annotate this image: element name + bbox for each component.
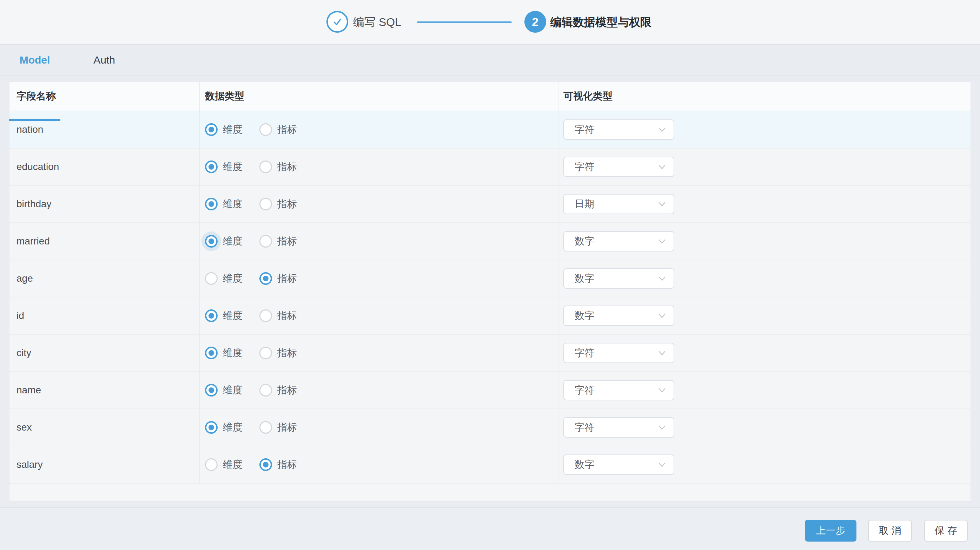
table-row: birthday 维度 指标 日期 — [10, 186, 970, 223]
metric-radio-option[interactable]: 指标 — [259, 272, 297, 285]
step-2-indicator: 2 — [524, 11, 546, 33]
field-name: married — [16, 236, 50, 247]
dimension-radio-button[interactable] — [205, 123, 218, 136]
metric-radio-option[interactable]: 指标 — [259, 458, 297, 471]
metric-radio-label: 指标 — [277, 272, 297, 285]
previous-step-button[interactable]: 上一步 — [805, 520, 856, 542]
table-header-row: 字段名称 数据类型 可视化类型 — [10, 82, 970, 112]
data-type-radio-group: 维度 指标 — [205, 309, 314, 322]
chevron-down-icon — [657, 162, 667, 171]
viz-type-select[interactable]: 字符 — [563, 417, 674, 438]
viz-type-select[interactable]: 字符 — [563, 343, 674, 363]
metric-radio-label: 指标 — [277, 160, 297, 174]
dimension-radio-option[interactable]: 维度 — [205, 421, 243, 434]
footer-action-bar: 上一步 取 消 保 存 — [0, 507, 980, 550]
dimension-radio-button[interactable] — [205, 309, 218, 322]
viz-type-select[interactable]: 字符 — [563, 380, 674, 400]
metric-radio-button[interactable] — [259, 161, 272, 173]
dimension-radio-button[interactable] — [205, 198, 218, 210]
active-tab-underline — [9, 119, 60, 121]
data-type-radio-group: 维度 指标 — [205, 384, 314, 397]
metric-radio-button[interactable] — [259, 235, 272, 248]
dimension-radio-label: 维度 — [223, 346, 243, 360]
tab-model[interactable]: Model — [9, 45, 60, 75]
metric-radio-option[interactable]: 指标 — [259, 234, 297, 248]
field-name: birthday — [16, 198, 52, 210]
viz-type-select[interactable]: 字符 — [563, 120, 674, 140]
metric-radio-label: 指标 — [277, 384, 297, 397]
dimension-radio-button[interactable] — [205, 421, 218, 434]
metric-radio-option[interactable]: 指标 — [259, 421, 297, 434]
data-type-radio-group: 维度 指标 — [205, 272, 314, 285]
dimension-radio-button[interactable] — [205, 347, 218, 359]
metric-radio-button[interactable] — [259, 421, 272, 434]
viz-type-selected-value: 日期 — [564, 198, 594, 211]
table-row: age 维度 指标 数字 — [10, 260, 970, 298]
table-row: sex 维度 指标 字符 — [10, 409, 970, 446]
viz-type-selected-value: 数字 — [564, 272, 594, 285]
dimension-radio-label: 维度 — [223, 309, 243, 322]
table-row: salary 维度 指标 数字 — [10, 446, 970, 484]
dimension-radio-button[interactable] — [205, 161, 218, 173]
metric-radio-option[interactable]: 指标 — [259, 160, 297, 174]
metric-radio-button[interactable] — [259, 198, 272, 210]
viz-type-select[interactable]: 字符 — [563, 157, 674, 177]
metric-radio-button[interactable] — [259, 384, 272, 397]
table-row: city 维度 指标 字符 — [10, 335, 970, 372]
dimension-radio-option[interactable]: 维度 — [205, 272, 243, 285]
dimension-radio-option[interactable]: 维度 — [205, 346, 243, 360]
viz-type-selected-value: 数字 — [564, 458, 594, 471]
metric-radio-button[interactable] — [259, 347, 272, 359]
metric-radio-option[interactable]: 指标 — [259, 123, 297, 136]
metric-radio-button[interactable] — [259, 272, 272, 285]
dimension-radio-button[interactable] — [205, 458, 218, 471]
column-header-viz-type: 可视化类型 — [558, 82, 970, 111]
dimension-radio-option[interactable]: 维度 — [205, 309, 243, 322]
table-row: nation 维度 指标 字符 — [10, 112, 970, 148]
tab-auth[interactable]: Auth — [60, 45, 148, 75]
viz-type-select[interactable]: 数字 — [563, 454, 674, 475]
dimension-radio-option[interactable]: 维度 — [205, 160, 243, 174]
metric-radio-button[interactable] — [259, 309, 272, 322]
table-body: nation 维度 指标 字符 — [10, 112, 970, 484]
dimension-radio-option[interactable]: 维度 — [205, 198, 243, 211]
edit-data-model-page: 编写 SQL 2 编辑数据模型与权限 Model Auth 字段名称 数据类型 … — [0, 0, 980, 550]
metric-radio-button[interactable] — [259, 123, 272, 136]
data-type-radio-group: 维度 指标 — [205, 421, 314, 434]
dimension-radio-label: 维度 — [223, 160, 243, 174]
dimension-radio-option[interactable]: 维度 — [205, 384, 243, 397]
dimension-radio-button[interactable] — [205, 235, 218, 248]
viz-type-selected-value: 数字 — [564, 309, 594, 322]
metric-radio-option[interactable]: 指标 — [259, 309, 297, 322]
viz-type-select[interactable]: 数字 — [563, 306, 674, 326]
field-name: sex — [16, 422, 32, 433]
viz-type-selected-value: 数字 — [564, 234, 594, 248]
viz-type-selected-value: 字符 — [564, 346, 594, 360]
table-row: id 维度 指标 数字 — [10, 298, 970, 335]
cancel-button[interactable]: 取 消 — [868, 520, 912, 542]
viz-type-select[interactable]: 日期 — [563, 194, 674, 214]
metric-radio-button[interactable] — [259, 458, 272, 471]
data-type-radio-group: 维度 指标 — [205, 234, 314, 248]
viz-type-select[interactable]: 数字 — [563, 268, 674, 289]
metric-radio-option[interactable]: 指标 — [259, 198, 297, 211]
viz-type-select[interactable]: 数字 — [563, 231, 674, 252]
dimension-radio-button[interactable] — [205, 384, 218, 397]
dimension-radio-option[interactable]: 维度 — [205, 458, 243, 471]
stepper-connector-line — [417, 21, 512, 23]
field-name: name — [16, 384, 41, 396]
step-2-label: 编辑数据模型与权限 — [550, 0, 651, 45]
metric-radio-label: 指标 — [277, 234, 297, 248]
column-header-data-type: 数据类型 — [200, 82, 558, 111]
metric-radio-option[interactable]: 指标 — [259, 346, 297, 360]
stepper-bar: 编写 SQL 2 编辑数据模型与权限 — [0, 0, 980, 45]
check-icon — [332, 16, 342, 27]
metric-radio-label: 指标 — [277, 309, 297, 322]
table-row: education 维度 指标 字符 — [10, 148, 970, 186]
chevron-down-icon — [657, 311, 667, 320]
dimension-radio-option[interactable]: 维度 — [205, 234, 243, 248]
metric-radio-option[interactable]: 指标 — [259, 384, 297, 397]
dimension-radio-option[interactable]: 维度 — [205, 123, 243, 136]
dimension-radio-button[interactable] — [205, 272, 218, 285]
save-button[interactable]: 保 存 — [924, 520, 968, 542]
